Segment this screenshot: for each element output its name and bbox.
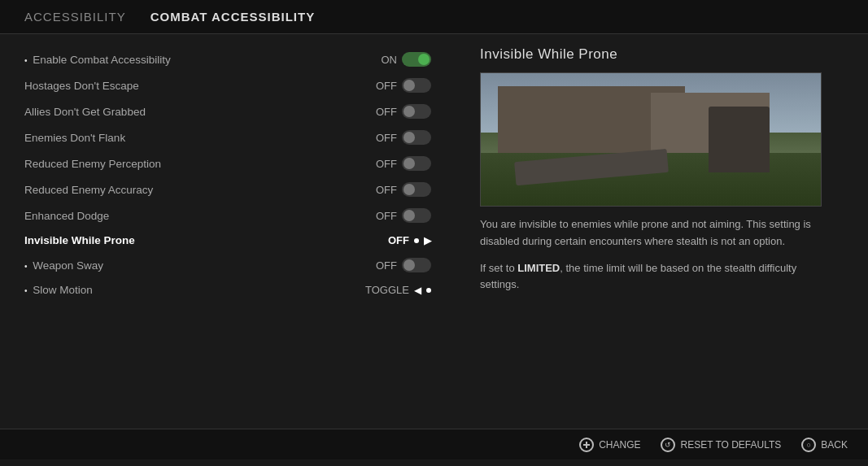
- setting-value-invisible-prone: OFF▶: [366, 234, 431, 246]
- detail-title: Invisible While Prone: [480, 46, 844, 63]
- dot-slow-motion: [426, 288, 431, 293]
- detail-description-2: If set to LIMITED, the time limit will b…: [480, 260, 822, 294]
- toggle-weapon-sway[interactable]: [402, 258, 431, 272]
- setting-value-allies: OFF: [366, 104, 431, 119]
- toggle-enemy-accuracy[interactable]: [402, 182, 431, 197]
- setting-value-weapon-sway: OFF: [366, 258, 431, 272]
- back-icon: ○: [801, 438, 816, 452]
- bullet-enable-combat: •: [24, 56, 29, 65]
- setting-row-allies[interactable]: Allies Don't Get GrabbedOFF: [24, 98, 431, 124]
- setting-value-enemy-accuracy: OFF: [366, 182, 431, 197]
- bullet-slow-motion: •: [24, 286, 29, 295]
- toggle-hostages[interactable]: [402, 78, 431, 93]
- setting-value-enemy-perception: OFF: [366, 156, 431, 171]
- arrow-left-slow-motion[interactable]: ◀: [414, 285, 421, 296]
- setting-label-weapon-sway: • Weapon Sway: [24, 259, 366, 272]
- change-action[interactable]: CHANGE: [579, 438, 640, 452]
- value-text-hostages: OFF: [376, 80, 397, 92]
- setting-label-enable-combat: • Enable Combat Accessibility: [24, 54, 366, 66]
- setting-row-hostages[interactable]: Hostages Don't EscapeOFF: [24, 72, 431, 98]
- value-text-enemy-accuracy: OFF: [376, 184, 397, 196]
- toggle-allies[interactable]: [402, 104, 431, 119]
- tab-accessibility[interactable]: ACCESSIBILITY: [24, 10, 126, 24]
- value-text-enemies-flank: OFF: [376, 132, 397, 144]
- header: ACCESSIBILITY COMBAT ACCESSIBILITY: [0, 0, 868, 34]
- bullet-weapon-sway: •: [24, 262, 29, 271]
- toggle-enhanced-dodge[interactable]: [402, 208, 431, 223]
- footer: CHANGE ↺ RESET TO DEFAULTS ○ BACK: [0, 429, 868, 459]
- setting-label-allies: Allies Don't Get Grabbed: [24, 106, 366, 118]
- toggle-enable-combat[interactable]: [402, 52, 431, 67]
- settings-list: • Enable Combat AccessibilityONHostages …: [0, 34, 456, 429]
- reset-action[interactable]: ↺ RESET TO DEFAULTS: [661, 438, 781, 452]
- toggle-enemy-perception[interactable]: [402, 156, 431, 171]
- setting-value-enemies-flank: OFF: [366, 130, 431, 145]
- value-text-enemy-perception: OFF: [376, 158, 397, 170]
- setting-row-enemies-flank[interactable]: Enemies Don't FlankOFF: [24, 124, 431, 150]
- back-label: BACK: [821, 439, 848, 451]
- setting-value-enhanced-dodge: OFF: [366, 208, 431, 223]
- scene-figure: [709, 107, 770, 173]
- value-text-slow-motion: TOGGLE: [365, 284, 409, 296]
- setting-label-hostages: Hostages Don't Escape: [24, 80, 366, 92]
- tab-combat-accessibility[interactable]: COMBAT ACCESSIBILITY: [150, 10, 316, 24]
- change-icon: [579, 438, 594, 452]
- setting-row-slow-motion[interactable]: • Slow MotionTOGGLE◀: [24, 278, 431, 302]
- setting-label-enhanced-dodge: Enhanced Dodge: [24, 210, 366, 222]
- value-text-invisible-prone: OFF: [388, 234, 409, 246]
- arrow-right-invisible-prone[interactable]: ▶: [424, 235, 431, 246]
- setting-row-weapon-sway[interactable]: • Weapon SwayOFF: [24, 252, 431, 278]
- change-label: CHANGE: [599, 439, 640, 451]
- setting-row-enhanced-dodge[interactable]: Enhanced DodgeOFF: [24, 203, 431, 229]
- setting-row-enable-combat[interactable]: • Enable Combat AccessibilityON: [24, 46, 431, 72]
- value-text-weapon-sway: OFF: [376, 259, 397, 272]
- setting-label-enemy-perception: Reduced Enemy Perception: [24, 158, 366, 170]
- setting-value-enable-combat: ON: [366, 52, 431, 67]
- setting-value-slow-motion: TOGGLE◀: [365, 284, 431, 296]
- setting-label-enemies-flank: Enemies Don't Flank: [24, 132, 366, 144]
- detail-image: [480, 72, 822, 207]
- setting-row-enemy-perception[interactable]: Reduced Enemy PerceptionOFF: [24, 150, 431, 176]
- setting-row-invisible-prone[interactable]: Invisible While ProneOFF▶: [24, 229, 431, 252]
- setting-label-slow-motion: • Slow Motion: [24, 284, 365, 296]
- setting-row-enemy-accuracy[interactable]: Reduced Enemy AccuracyOFF: [24, 176, 431, 203]
- limited-bold: LIMITED: [517, 262, 560, 274]
- main-content: • Enable Combat AccessibilityONHostages …: [0, 34, 868, 429]
- setting-label-enemy-accuracy: Reduced Enemy Accuracy: [24, 184, 366, 196]
- detail-panel: Invisible While Prone You are invisible …: [456, 34, 868, 429]
- value-text-enable-combat: ON: [382, 54, 398, 66]
- setting-label-invisible-prone: Invisible While Prone: [24, 234, 366, 246]
- reset-label: RESET TO DEFAULTS: [680, 439, 781, 451]
- setting-value-hostages: OFF: [366, 78, 431, 93]
- dot-invisible-prone: [414, 238, 419, 243]
- toggle-enemies-flank[interactable]: [402, 130, 431, 145]
- value-text-allies: OFF: [376, 106, 397, 118]
- detail-description-1: You are invisible to enemies while prone…: [480, 216, 822, 250]
- back-action[interactable]: ○ BACK: [801, 438, 848, 452]
- value-text-enhanced-dodge: OFF: [376, 210, 397, 222]
- scene-bg: [481, 73, 821, 206]
- reset-icon: ↺: [661, 438, 675, 452]
